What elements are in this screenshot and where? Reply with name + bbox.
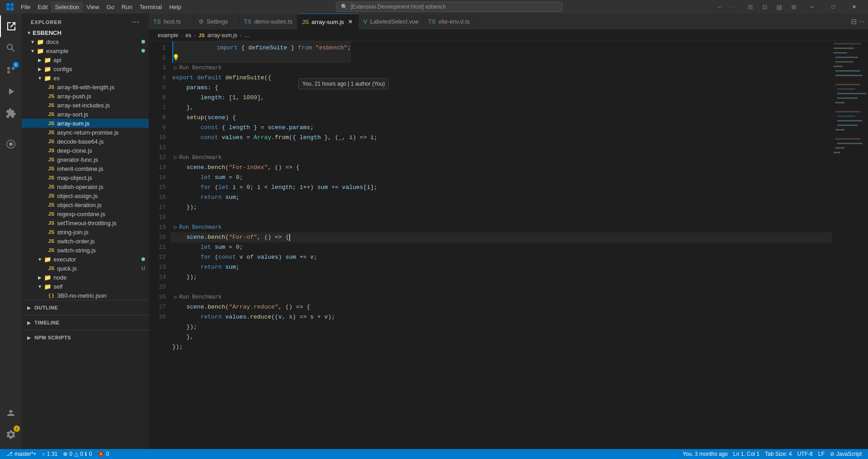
tree-item-deep-clone[interactable]: JS deep-clone.js — [22, 146, 149, 155]
tree-item-generator[interactable]: JS gnerator-func.js — [22, 155, 149, 164]
more-actions-button[interactable]: ··· — [858, 18, 864, 26]
split-editor-button[interactable]: ⊟ — [851, 17, 857, 26]
layout-btn-4[interactable]: ⊞ — [787, 2, 800, 12]
breadcrumb-filename[interactable]: array-sum.js — [208, 32, 238, 39]
tab-host-ts[interactable]: TS host.ts — [149, 14, 194, 29]
outline-header[interactable]: ▶ OUTLINE — [22, 302, 149, 313]
status-blame[interactable]: You, 3 months ago — [680, 451, 731, 457]
tree-item-json[interactable]: { } 3B0-no-metric.json — [22, 291, 149, 300]
tree-item-object-assign[interactable]: JS object-assign.js — [22, 191, 149, 200]
activity-search[interactable] — [0, 37, 22, 59]
vue-icon-tab: V — [364, 18, 368, 25]
tab-array-sum[interactable]: JS array-sum.js ✕ — [297, 14, 359, 29]
breadcrumb-more[interactable]: ... — [245, 32, 249, 39]
tab-settings[interactable]: ⚙ Settings — [194, 14, 239, 29]
tree-root-esbench[interactable]: ▼ ESBENCH — [22, 28, 149, 37]
npm-header[interactable]: ▶ NPM SCRIPTS — [22, 332, 149, 343]
string-join-label: string-join.js — [57, 229, 88, 236]
minimap[interactable] — [832, 41, 868, 449]
tree-item-array-sort[interactable]: JS array-sort.js — [22, 110, 149, 119]
tree-item-async[interactable]: JS async-return-promise.js — [22, 128, 149, 137]
tree-item-inherit[interactable]: JS inherit-combine.js — [22, 164, 149, 173]
activity-accounts[interactable] — [0, 402, 22, 424]
status-language[interactable]: ⊘ JavaScript — [827, 451, 864, 457]
tree-item-configs[interactable]: ▶ 📁 configs — [22, 64, 149, 73]
status-bar: ⎇ master*+ ○ 1 31 ⊗ 0 △ 0 ℹ 0 🔕 0 You, 3… — [0, 449, 868, 459]
status-eol[interactable]: LF — [815, 451, 827, 457]
minimize-button[interactable]: ─ — [802, 0, 823, 14]
menu-go[interactable]: Go — [103, 2, 118, 12]
tree-item-switch-string[interactable]: JS switch-string.js — [22, 246, 149, 255]
tab-labeled-select[interactable]: V LabeledSelect.vue — [359, 14, 424, 29]
tree-item-object-iter[interactable]: JS object-iteration.js — [22, 200, 149, 209]
tab-demo-suites[interactable]: TS demo-suites.ts — [239, 14, 297, 29]
status-encoding[interactable]: UTF-8 — [795, 451, 815, 457]
activity-esbench[interactable] — [0, 133, 22, 155]
status-sync[interactable]: ○ 1 31 — [39, 449, 60, 459]
layout-btn-2[interactable]: ⊡ — [758, 2, 771, 12]
tree-item-switch-order[interactable]: JS switch-order.js — [22, 237, 149, 246]
sidebar-header: EXPLORER ··· — [22, 14, 149, 28]
status-git-branch[interactable]: ⎇ master*+ — [4, 449, 39, 459]
layout-btn-1[interactable]: ⊟ — [744, 2, 756, 12]
tree-item-self[interactable]: ▼ 📁 self — [22, 282, 149, 291]
activity-extensions[interactable] — [0, 102, 22, 124]
status-errors[interactable]: ⊗ 0 △ 0 ℹ 0 — [60, 449, 95, 459]
activity-settings[interactable]: 1 — [0, 424, 22, 445]
title-search-bar[interactable]: 🔍 [Extension Development Host] esbench — [336, 2, 563, 12]
sidebar-menu-button[interactable]: ··· — [132, 18, 140, 26]
tree-item-quick[interactable]: JS quick.js U — [22, 264, 149, 273]
tree-item-array-set[interactable]: JS array-set-includes.js — [22, 101, 149, 110]
tree-item-map-object[interactable]: JS map-object.js — [22, 173, 149, 182]
status-position[interactable]: Ln 1, Col 1 — [731, 451, 762, 457]
menu-file[interactable]: File — [17, 2, 34, 12]
tree-item-node[interactable]: ▶ 📁 node — [22, 273, 149, 282]
tab-close-button[interactable]: ✕ — [347, 18, 354, 25]
layout-btn-3[interactable]: ▤ — [773, 2, 786, 12]
tree-item-settimeout[interactable]: JS setTimeout-throttling.js — [22, 218, 149, 227]
run-bench-annotation-23[interactable]: ▷ Run Benchmark — [170, 292, 832, 302]
tree-item-decode[interactable]: JS decode-base64.js — [22, 137, 149, 146]
tree-item-array-fill[interactable]: JS array-fill-with-length.js — [22, 82, 149, 92]
warning-lightbulb-icon[interactable]: 💡 — [172, 53, 179, 63]
activity-source-control[interactable]: 8 — [0, 59, 22, 81]
breadcrumb-example[interactable]: example — [158, 32, 178, 39]
maximize-button[interactable]: □ — [823, 0, 844, 14]
tree-item-regexp[interactable]: JS regexp-combine.js — [22, 209, 149, 218]
tree-item-example[interactable]: ▼ 📁 example — [22, 46, 149, 55]
run-bench-annotation-17[interactable]: ▷ Run Benchmark — [170, 222, 832, 232]
menu-view[interactable]: View — [83, 2, 103, 12]
tree-item-nullish[interactable]: JS nullish-operator.js — [22, 182, 149, 191]
status-notifications[interactable]: 🔕 0 — [95, 449, 112, 459]
status-tab-size[interactable]: Tab Size: 4 — [762, 451, 795, 457]
pluseq13: += — [328, 183, 342, 193]
activity-run[interactable] — [0, 81, 22, 102]
back-button[interactable]: ← — [714, 2, 726, 11]
menu-help[interactable]: Help — [165, 2, 185, 12]
code-editor[interactable]: import { defineSuite } from "esbench"; 💡… — [170, 41, 832, 449]
tree-item-array-sum[interactable]: JS array-sum.js — [22, 119, 149, 128]
run-bench-annotation-11[interactable]: ▷ Run Benchmark — [170, 153, 832, 163]
tree-item-docs[interactable]: ▼ 📁 docs — [22, 37, 149, 46]
run-bench-annotation-3[interactable]: ▷ Run Benchmark — [170, 63, 832, 73]
git-branch-label: master*+ — [15, 451, 36, 457]
menu-run[interactable]: Run — [118, 2, 136, 12]
breadcrumb-es[interactable]: es — [185, 32, 191, 39]
tree-item-array-push[interactable]: JS array-push.js — [22, 92, 149, 101]
paren9: ({ — [289, 133, 300, 143]
tree-item-executor[interactable]: ▼ 📁 executor — [22, 255, 149, 264]
menu-edit[interactable]: Edit — [34, 2, 51, 12]
menu-selection[interactable]: Selection — [51, 2, 82, 12]
tree-item-string-join[interactable]: JS string-join.js — [22, 227, 149, 237]
tree-item-api[interactable]: ▶ 📁 api — [22, 55, 149, 64]
editor-content[interactable]: You, 21 hours ago | 1 author (You) 1 2 3… — [149, 41, 868, 449]
activity-explorer[interactable] — [0, 15, 22, 37]
tree-item-es[interactable]: ▼ 📁 es — [22, 73, 149, 82]
menu-terminal[interactable]: Terminal — [136, 2, 165, 12]
close-button[interactable]: ✕ — [844, 0, 864, 14]
svg-rect-26 — [837, 143, 862, 144]
tab-vite-env[interactable]: TS vite-env.d.ts — [424, 14, 475, 29]
timeline-header[interactable]: ▶ TIMELINE — [22, 317, 149, 328]
sidebar-content[interactable]: ▼ ESBENCH ▼ 📁 docs ▼ 📁 example ▶ 📁 a — [22, 28, 149, 449]
forward-button[interactable]: → — [727, 2, 738, 11]
